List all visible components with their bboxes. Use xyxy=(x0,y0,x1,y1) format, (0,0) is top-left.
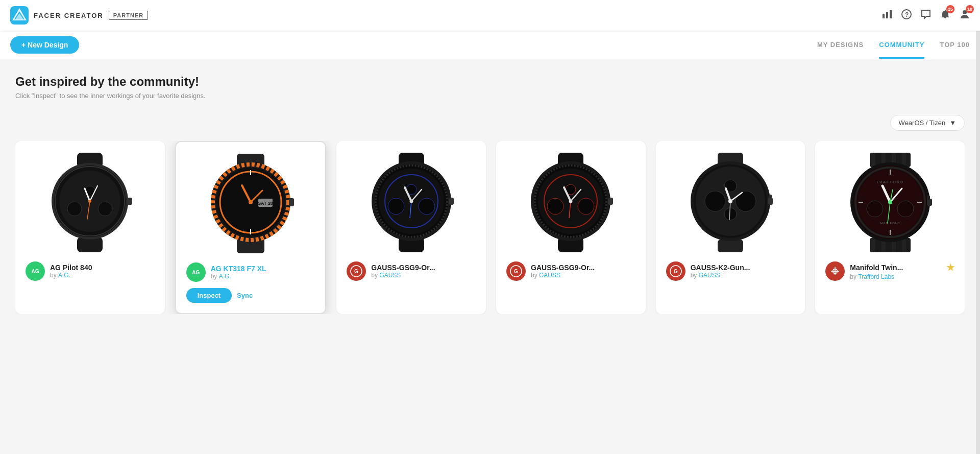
watch-meta-6: Manifold Twin... ★ by Trafford Labs xyxy=(850,262,954,280)
svg-rect-5 xyxy=(886,12,888,18)
svg-point-64 xyxy=(578,198,594,214)
tab-my-designs[interactable]: MY DESIGNS xyxy=(817,31,864,59)
watch-name-3: GAUSS-GSG9-Or... xyxy=(371,264,476,272)
svg-text:SAT 20: SAT 20 xyxy=(258,201,273,206)
watch-card-1[interactable]: AG AG Pilot 840 by A.G. xyxy=(15,141,165,314)
svg-rect-23 xyxy=(127,198,132,205)
bell-icon[interactable]: 25 xyxy=(940,9,950,22)
watch-author-4: by GAUSS xyxy=(531,272,635,279)
author-link-4[interactable]: GAUSS xyxy=(539,272,560,279)
watch-face-6: TRAFFORD MANIFOLD xyxy=(842,153,939,252)
watch-card-5[interactable]: G GAUSS-K2-Gun... by GAUSS xyxy=(656,141,805,314)
watch-image-6: TRAFFORD MANIFOLD xyxy=(825,151,954,253)
watch-meta-3: GAUSS-GSG9-Or... by GAUSS xyxy=(371,264,476,279)
watch-info-2: AG AG KT318 F7 XL by A.G. xyxy=(186,262,315,282)
watch-info-3: G GAUSS-GSG9-Or... by GAUSS xyxy=(347,261,476,281)
svg-point-69 xyxy=(569,199,573,203)
chart-icon[interactable] xyxy=(882,9,892,22)
svg-point-17 xyxy=(98,202,112,216)
watch-name-2: AG KT318 F7 XL xyxy=(211,265,315,273)
svg-text:?: ? xyxy=(905,11,909,18)
chevron-down-icon: ▼ xyxy=(949,119,956,127)
svg-point-47 xyxy=(419,198,435,214)
author-link-5[interactable]: GAUSS xyxy=(699,272,720,279)
watch-name-6: Manifold Twin... ★ xyxy=(850,262,954,273)
svg-point-117 xyxy=(897,201,914,217)
svg-point-37 xyxy=(249,200,253,204)
svg-rect-105 xyxy=(902,238,906,252)
watch-image-5 xyxy=(666,151,795,253)
svg-rect-123 xyxy=(927,199,932,206)
nav-tabs: MY DESIGNS COMMUNITY TOP 100 xyxy=(817,31,970,59)
new-design-button[interactable]: + New Design xyxy=(10,36,79,54)
svg-point-46 xyxy=(388,198,404,214)
svg-rect-38 xyxy=(289,198,294,206)
star-icon-6: ★ xyxy=(946,262,954,273)
main-content: Get inspired by the community! Click "In… xyxy=(0,59,980,329)
watch-meta-2: AG KT318 F7 XL by A.G. xyxy=(211,265,315,280)
svg-rect-91 xyxy=(871,153,875,167)
svg-point-81 xyxy=(724,208,737,220)
watch-card-2[interactable]: SAT 20 AG AG KT318 F7 XL by A.G. xyxy=(175,141,327,314)
svg-point-85 xyxy=(728,199,732,203)
svg-point-122 xyxy=(888,200,892,204)
watch-image-2: SAT 20 xyxy=(186,152,315,254)
svg-rect-74 xyxy=(718,240,743,252)
svg-rect-6 xyxy=(890,10,892,18)
svg-point-78 xyxy=(705,191,725,211)
watch-author-5: by GAUSS xyxy=(691,272,795,279)
watch-card-3[interactable]: G GAUSS-GSG9-Or... by GAUSS xyxy=(336,141,486,314)
watch-meta-4: GAUSS-GSG9-Or... by GAUSS xyxy=(531,264,635,279)
svg-point-63 xyxy=(547,198,564,214)
sync-button[interactable]: Sync xyxy=(237,292,253,299)
svg-text:MANIFOLD: MANIFOLD xyxy=(880,222,900,225)
tab-community[interactable]: COMMUNITY xyxy=(879,31,924,59)
author-link-1[interactable]: A.G. xyxy=(58,272,70,279)
watch-face-3 xyxy=(368,153,455,252)
facer-logo-icon xyxy=(10,6,29,25)
tab-top100[interactable]: TOP 100 xyxy=(940,31,970,59)
watch-author-3: by GAUSS xyxy=(371,272,476,279)
author-link-3[interactable]: GAUSS xyxy=(379,272,401,279)
bell-badge: 25 xyxy=(946,5,954,13)
svg-point-79 xyxy=(736,191,756,211)
watch-face-1 xyxy=(46,153,133,252)
watch-face-5 xyxy=(687,153,774,252)
watch-info-5: G GAUSS-K2-Gun... by GAUSS xyxy=(666,261,795,281)
platform-filter[interactable]: WearOS / Tizen ▼ xyxy=(890,115,965,131)
watch-card-6[interactable]: TRAFFORD MANIFOLD xyxy=(815,141,965,314)
svg-text:TRAFFORD: TRAFFORD xyxy=(876,180,904,184)
filter-label: WearOS / Tizen xyxy=(899,119,946,127)
watch-image-1 xyxy=(26,151,155,253)
author-link-6[interactable]: Trafford Labs xyxy=(858,273,894,280)
watch-info-1: AG AG Pilot 840 by A.G. xyxy=(26,261,155,281)
page-subtitle: Click "Inspect" to see the inner working… xyxy=(15,92,965,100)
svg-rect-124 xyxy=(927,196,930,200)
page-title: Get inspired by the community! xyxy=(15,75,965,89)
watch-info-6: Manifold Twin... ★ by Trafford Labs xyxy=(825,261,954,281)
watch-image-3 xyxy=(347,151,476,253)
card-actions-2: Inspect Sync xyxy=(186,288,315,303)
watch-name-1: AG Pilot 840 xyxy=(50,264,155,272)
watch-name-5: GAUSS-K2-Gun... xyxy=(691,264,795,272)
svg-point-22 xyxy=(88,200,91,203)
watch-image-4 xyxy=(506,151,635,253)
svg-rect-99 xyxy=(871,238,875,252)
author-link-2[interactable]: A.G. xyxy=(219,273,231,280)
help-icon[interactable]: ? xyxy=(901,9,912,22)
watch-meta-5: GAUSS-K2-Gun... by GAUSS xyxy=(691,264,795,279)
chat-icon[interactable] xyxy=(921,9,931,22)
avatar-2: AG xyxy=(186,262,206,282)
user-icon[interactable]: 18 xyxy=(960,9,970,22)
scrollbar[interactable] xyxy=(976,0,980,454)
inspect-button[interactable]: Inspect xyxy=(186,288,232,303)
svg-text:G: G xyxy=(514,269,518,274)
svg-rect-53 xyxy=(449,198,454,205)
header-icons: ? 25 18 xyxy=(882,9,970,22)
watch-card-4[interactable]: G GAUSS-GSG9-Or... by GAUSS xyxy=(496,141,646,314)
watch-face-2: SAT 20 xyxy=(207,154,294,253)
watch-info-4: G GAUSS-GSG9-Or... by GAUSS xyxy=(506,261,635,281)
header: FACER CREATOR PARTNER ? 25 18 xyxy=(0,0,980,31)
avatar-6 xyxy=(825,261,845,281)
svg-point-16 xyxy=(67,202,82,216)
